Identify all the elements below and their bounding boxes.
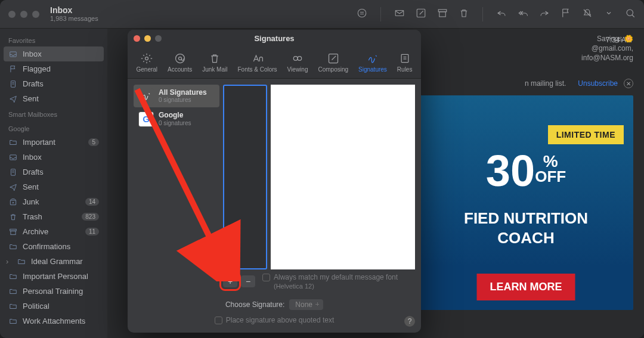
add-signature-button[interactable]: +: [223, 275, 237, 287]
svg-rect-4: [439, 12, 446, 17]
tab-label: Signatures: [358, 66, 387, 73]
compose-icon[interactable]: [416, 8, 426, 20]
banner-learn-more[interactable]: LEARN MORE: [477, 274, 575, 300]
account-name: All Signatures: [159, 88, 207, 97]
sidebar-item-inbox[interactable]: Inbox: [0, 150, 107, 165]
folder-icon: [8, 272, 18, 281]
prefs-tab-junk-mail[interactable]: Junk Mail: [199, 49, 231, 75]
zoom-icon[interactable]: [32, 11, 39, 18]
sidebar-item-label: Flagged: [23, 64, 51, 73]
badge: 11: [85, 228, 99, 235]
svg-rect-6: [10, 51, 17, 56]
sidebar-item-label: Inbox: [23, 153, 42, 162]
account-google[interactable]: GGoogle0 signatures: [134, 107, 219, 130]
junk-icon: [8, 198, 18, 206]
signature-preview[interactable]: [271, 85, 415, 269]
folder-icon: [8, 287, 18, 296]
place-above-label: Place signature above quoted text: [226, 316, 334, 324]
close-icon[interactable]: [8, 11, 16, 18]
filter-icon[interactable]: [357, 8, 367, 20]
svg-rect-1: [395, 11, 404, 16]
unsubscribe-link[interactable]: Unsubscribe: [578, 79, 618, 88]
sidebar-item-sent[interactable]: Sent: [0, 179, 107, 194]
place-above-checkbox[interactable]: [215, 317, 222, 324]
sidebar-item-junk[interactable]: Junk14: [0, 194, 107, 209]
trash-icon[interactable]: [459, 8, 469, 20]
sidebar-item-label: Political: [23, 302, 49, 311]
tab-label: Fonts & Colors: [237, 66, 277, 73]
gear-icon: [140, 52, 153, 65]
sidebar-item-trash[interactable]: Trash823: [0, 209, 107, 224]
sidebar-item-personal-training[interactable]: Personal Training: [0, 284, 107, 299]
accounts-column: All Signatures0 signaturesGGoogle0 signa…: [134, 85, 219, 269]
sidebar-item-drafts[interactable]: Drafts: [0, 165, 107, 179]
account-all-signatures[interactable]: All Signatures0 signatures: [134, 85, 219, 107]
prefs-title: Signatures: [128, 34, 421, 43]
forward-icon[interactable]: [539, 8, 550, 20]
sidebar-item-label: Confirmations: [23, 242, 70, 251]
remove-signature-button[interactable]: −: [241, 275, 255, 287]
help-button[interactable]: ?: [404, 316, 415, 327]
prefs-tab-fonts-colors[interactable]: Fonts & Colors: [234, 49, 280, 75]
archive-icon[interactable]: [437, 8, 448, 20]
badge: 823: [82, 213, 99, 221]
mute-icon[interactable]: [582, 8, 593, 20]
sidebar-item-confirmations[interactable]: Confirmations: [0, 239, 107, 254]
prefs-tab-general[interactable]: General: [133, 49, 162, 75]
svg-point-0: [358, 9, 366, 17]
sidebar-item-label: Ideal Grammar: [31, 257, 83, 266]
account-name: Google: [159, 111, 191, 119]
tab-label: General: [137, 66, 158, 73]
reply-icon[interactable]: [496, 8, 507, 20]
sidebar-item-ideal-grammar[interactable]: ›Ideal Grammar: [0, 254, 107, 269]
sidebar-item-label: Junk: [23, 197, 39, 206]
tab-label: Rules: [397, 66, 413, 73]
folder-icon: [8, 243, 18, 251]
match-font-label: Always match my default message font: [274, 273, 398, 281]
inbox-count: 1,983 messages: [50, 15, 98, 23]
window-traffic-lights[interactable]: [8, 11, 39, 18]
email-banner: LIMITED TIME 30%OFF FIED NUTRITION COACH…: [419, 95, 633, 310]
sidebar-item-work-attachments[interactable]: Work Attachments: [0, 314, 107, 328]
sidebar-item-inbox[interactable]: Inbox: [4, 46, 104, 61]
minimize-icon[interactable]: [20, 11, 27, 18]
envelope-icon[interactable]: [394, 8, 405, 20]
svg-point-13: [145, 57, 148, 60]
tab-label: Junk Mail: [202, 66, 227, 73]
account-sub: 0 signatures: [159, 97, 207, 104]
svg-rect-8: [10, 154, 17, 159]
prefs-tab-rules[interactable]: Rules: [394, 49, 416, 75]
sidebar-item-important[interactable]: Important5: [0, 135, 107, 150]
prefs-tab-composing[interactable]: Composing: [314, 49, 352, 75]
sidebar-item-flagged[interactable]: Flagged: [0, 61, 107, 76]
sidebar-item-important-personal[interactable]: Important Personal: [0, 269, 107, 284]
inbox-icon: [8, 50, 18, 58]
signature-list[interactable]: [223, 85, 267, 269]
banner-off: OFF: [535, 168, 566, 185]
sidebar-item-label: Inbox: [23, 49, 42, 58]
more-icon[interactable]: [603, 8, 614, 20]
close-banner-icon[interactable]: ✕: [624, 79, 633, 88]
search-icon[interactable]: [625, 8, 636, 20]
flag-icon[interactable]: [561, 8, 571, 20]
folder-icon: [8, 302, 18, 311]
sidebar-item-political[interactable]: Political: [0, 299, 107, 314]
match-font-checkbox[interactable]: [262, 274, 270, 281]
prefs-tab-viewing[interactable]: Viewing: [284, 49, 312, 75]
sidebar-item-label: Drafts: [23, 168, 44, 176]
sidebar-item-drafts[interactable]: Drafts: [0, 76, 107, 91]
prefs-tab-accounts[interactable]: Accounts: [164, 49, 196, 75]
choose-signature-select[interactable]: None: [289, 299, 323, 310]
sidebar-item-archive[interactable]: Archive11: [0, 224, 107, 239]
prefs-tab-signatures[interactable]: Signatures: [355, 49, 391, 75]
message-list-bar: n mailing list. Unsubscribe ✕: [525, 79, 633, 88]
svg-rect-19: [401, 54, 408, 62]
badge: 5: [88, 138, 99, 146]
mailing-list-text: n mailing list.: [525, 79, 566, 88]
prefs-tabs: GeneralAccountsJunk MailFonts & ColorsVi…: [128, 46, 421, 79]
section-favorites: Favorites: [0, 32, 107, 46]
at-icon: [174, 52, 187, 65]
sidebar-item-sent[interactable]: Sent: [0, 91, 107, 106]
reply-all-icon[interactable]: [518, 8, 528, 20]
inbox-icon: [8, 153, 18, 162]
